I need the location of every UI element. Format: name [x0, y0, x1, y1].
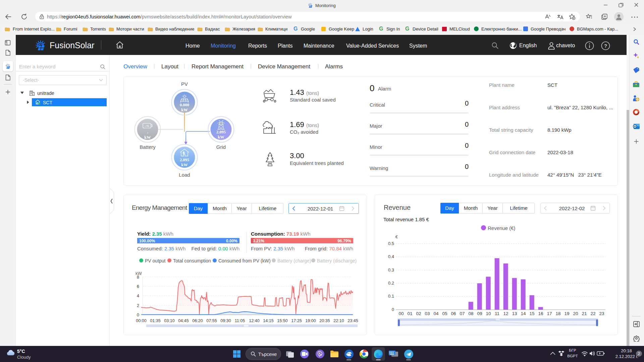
svg-text:€: € — [395, 234, 398, 239]
svg-text:00:00: 00:00 — [136, 318, 146, 323]
svg-text:0: 0 — [392, 307, 394, 312]
svg-text:06: 06 — [451, 311, 456, 316]
svg-text:2.095: 2.095 — [180, 158, 189, 162]
svg-text:kW: kW — [144, 135, 151, 140]
svg-text:20:35: 20:35 — [319, 318, 330, 323]
svg-text:Load: Load — [179, 172, 190, 178]
svg-text:21: 21 — [582, 311, 587, 316]
svg-text:2: 2 — [137, 303, 139, 308]
svg-text:10: 10 — [486, 311, 491, 316]
svg-text:kW: kW — [218, 135, 224, 139]
svg-text:23:45: 23:45 — [347, 318, 358, 323]
svg-text:kW: kW — [181, 108, 188, 112]
svg-text:03: 03 — [425, 311, 430, 316]
svg-text:0.000: 0.000 — [180, 103, 189, 107]
svg-text:6: 6 — [137, 284, 139, 289]
svg-text:07:55: 07:55 — [206, 318, 217, 323]
svg-text:15:50: 15:50 — [277, 318, 287, 323]
svg-text:0.1: 0.1 — [388, 294, 394, 299]
svg-text:09:30: 09:30 — [220, 318, 231, 323]
svg-text:23: 23 — [599, 311, 604, 316]
svg-text:17: 17 — [547, 311, 552, 316]
svg-text:12:40: 12:40 — [249, 318, 259, 323]
svg-text:01:35: 01:35 — [150, 318, 160, 323]
svg-text:--%: --% — [145, 124, 149, 128]
svg-text:13: 13 — [512, 311, 517, 316]
svg-text:0: 0 — [137, 312, 139, 317]
svg-text:11: 11 — [495, 311, 499, 316]
svg-text:06:20: 06:20 — [192, 318, 203, 323]
svg-text:8: 8 — [137, 275, 139, 280]
svg-text:11:05: 11:05 — [235, 318, 245, 323]
svg-text:15: 15 — [529, 311, 534, 316]
svg-text:19:00: 19:00 — [305, 318, 316, 323]
svg-text:0.4: 0.4 — [388, 254, 394, 259]
svg-text:17:25: 17:25 — [291, 318, 302, 323]
svg-text:4: 4 — [137, 293, 139, 298]
svg-text:20: 20 — [573, 311, 578, 316]
svg-text:07: 07 — [460, 311, 465, 316]
svg-text:0.5: 0.5 — [388, 241, 394, 246]
svg-text:Grid: Grid — [216, 144, 226, 150]
svg-text:08: 08 — [468, 311, 473, 316]
svg-text:14: 14 — [521, 311, 526, 316]
svg-text:09: 09 — [477, 311, 482, 316]
svg-text:Battery: Battery — [140, 144, 156, 150]
svg-text:22:10: 22:10 — [333, 318, 344, 323]
svg-text:-: - — [147, 130, 148, 135]
svg-text:PV: PV — [181, 81, 188, 87]
svg-text:kW: kW — [181, 163, 188, 167]
svg-text:00: 00 — [398, 311, 404, 316]
svg-text:04: 04 — [433, 311, 439, 316]
svg-text:12: 12 — [503, 311, 508, 316]
svg-text:18: 18 — [555, 311, 560, 316]
svg-text:02: 02 — [416, 311, 421, 316]
svg-text:2.095: 2.095 — [216, 130, 226, 134]
svg-text:0.3: 0.3 — [388, 267, 394, 273]
svg-text:04:45: 04:45 — [178, 318, 189, 323]
svg-text:05: 05 — [442, 311, 447, 316]
svg-text:03:10: 03:10 — [164, 318, 174, 323]
svg-text:19: 19 — [564, 311, 569, 316]
svg-text:01: 01 — [407, 311, 412, 316]
svg-text:22: 22 — [590, 311, 595, 316]
svg-text:0.2: 0.2 — [388, 281, 394, 286]
svg-text:?: ? — [604, 43, 607, 49]
svg-text:16: 16 — [538, 311, 543, 316]
svg-text:14:15: 14:15 — [263, 318, 273, 323]
